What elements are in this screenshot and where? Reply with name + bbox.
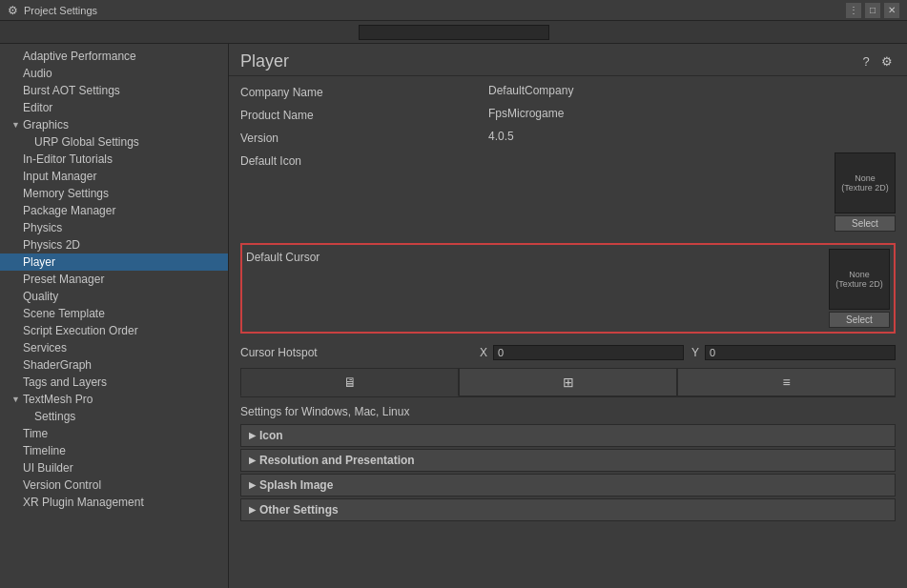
product-name-value: FpsMicrogame (488, 107, 896, 120)
sidebar-item-preset-manager[interactable]: Preset Manager (0, 271, 228, 288)
collapse-arrow-resolution: ▶ (249, 456, 256, 465)
section-header-other[interactable]: ▶Other Settings (241, 499, 895, 520)
cursor-texture-2d: (Texture 2D) (835, 279, 883, 289)
sidebar-item-services[interactable]: Services (0, 339, 228, 356)
sidebar-item-tags-and-layers[interactable]: Tags and Layers (0, 374, 228, 391)
section-header-splash[interactable]: ▶Splash Image (241, 475, 895, 496)
content-area: Player ? ⚙ Company Name DefaultCompany P… (229, 44, 907, 588)
default-cursor-section: Default Cursor None (Texture 2D) Select (240, 243, 896, 334)
x-label: X (480, 346, 489, 359)
sidebar-item-version-control[interactable]: Version Control (0, 476, 228, 494)
sidebar-item-memory-settings[interactable]: Memory Settings (0, 185, 228, 202)
sidebar-item-textmesh-pro[interactable]: ▼TextMesh Pro (0, 391, 228, 408)
section-splash: ▶Splash Image (240, 474, 896, 497)
hotspot-y-input[interactable] (705, 345, 896, 360)
sidebar-item-player[interactable]: Player (0, 253, 228, 271)
sidebar-item-timeline[interactable]: Timeline (0, 442, 228, 459)
sidebar-item-label: Physics 2D (23, 238, 80, 252)
search-input[interactable] (359, 25, 549, 40)
cursor-texture-box: None (Texture 2D) (829, 249, 890, 310)
sidebar-item-burst-aot[interactable]: Burst AOT Settings (0, 82, 228, 99)
hotspot-x-input[interactable] (493, 345, 684, 360)
sidebar-item-label: Player (23, 255, 55, 269)
sidebar-item-label: Physics (23, 221, 62, 234)
section-label-splash: Splash Image (259, 478, 333, 492)
default-icon-select-btn[interactable]: Select (835, 215, 896, 232)
help-icon-btn[interactable]: ? (857, 53, 875, 71)
sidebar-item-urp-global[interactable]: URP Global Settings (0, 133, 228, 151)
sidebar-item-label: Quality (23, 290, 58, 303)
sidebar-item-audio[interactable]: Audio (0, 65, 228, 82)
cursor-texture-none: None (849, 270, 870, 279)
collapse-arrow-icon: ▶ (249, 431, 256, 440)
company-name-label: Company Name (240, 84, 488, 99)
sidebar-item-label: UI Builder (23, 461, 73, 475)
sidebar-item-input-manager[interactable]: Input Manager (0, 168, 228, 185)
sidebar-item-adaptive-performance[interactable]: Adaptive Performance (0, 48, 228, 65)
web-icon: ⊞ (563, 375, 574, 390)
cursor-hotspot-label: Cursor Hotspot (240, 346, 480, 359)
sidebar-item-label: Input Manager (23, 170, 96, 183)
sidebar-item-label: URP Global Settings (34, 135, 139, 149)
sidebar-item-script-execution-order[interactable]: Script Execution Order (0, 322, 228, 339)
product-name-label: Product Name (240, 107, 488, 122)
company-name-row: Company Name DefaultCompany (240, 84, 896, 103)
hotspot-xy-group: X Y (480, 345, 896, 360)
page-title: Player (240, 51, 857, 71)
sidebar-item-label: Script Execution Order (23, 324, 138, 337)
window-maximize-btn[interactable]: □ (865, 3, 880, 18)
settings-for-label: Settings for Windows, Mac, Linux (229, 401, 907, 424)
platform-tab-desktop[interactable]: 🖥 (240, 368, 459, 396)
sidebar-item-label: Editor (23, 101, 52, 114)
default-icon-row: Default Icon None (Texture 2D) Select (240, 152, 896, 232)
sidebar-item-label: Services (23, 341, 67, 355)
gear-icon: ⚙ (8, 4, 18, 17)
sidebar-item-label: Burst AOT Settings (23, 84, 120, 97)
platform-tab-mobile[interactable]: ≡ (677, 368, 896, 396)
settings-icon-btn[interactable]: ⚙ (878, 53, 896, 71)
header-icons: ? ⚙ (857, 53, 896, 71)
window-close-btn[interactable]: ✕ (884, 3, 899, 18)
triangle-icon: ▼ (11, 120, 21, 130)
sidebar-item-label: Adaptive Performance (23, 50, 136, 63)
sidebar-item-xr-plugin[interactable]: XR Plugin Management (0, 494, 228, 511)
section-icon: ▶Icon (240, 424, 896, 447)
sidebar-item-ui-builder[interactable]: UI Builder (0, 459, 228, 476)
section-other: ▶Other Settings (240, 498, 896, 521)
sidebar-item-editor[interactable]: Editor (0, 99, 228, 116)
sidebar-item-quality[interactable]: Quality (0, 288, 228, 305)
sidebar-item-label: Memory Settings (23, 187, 109, 200)
sidebar-item-in-editor-tutorials[interactable]: In-Editor Tutorials (0, 151, 228, 168)
sidebar-item-scene-template[interactable]: Scene Template (0, 305, 228, 322)
sidebar-item-graphics[interactable]: ▼Graphics (0, 116, 228, 133)
section-label-icon: Icon (259, 429, 283, 442)
section-label-resolution: Resolution and Presentation (259, 454, 415, 467)
sidebar-item-package-manager[interactable]: Package Manager (0, 202, 228, 219)
hotspot-y-group: Y (691, 345, 896, 360)
cursor-texture-area: None (Texture 2D) Select (829, 249, 890, 328)
sidebar-item-label: ShaderGraph (23, 358, 92, 372)
sidebar-item-physics[interactable]: Physics (0, 219, 228, 236)
sidebar-item-label: XR Plugin Management (23, 496, 144, 509)
product-name-row: Product Name FpsMicrogame (240, 107, 896, 126)
window-menu-btn[interactable]: ⋮ (846, 3, 861, 18)
sidebar-item-label: Timeline (23, 444, 66, 457)
content-header: Player ? ⚙ (229, 44, 907, 76)
triangle-icon: ▼ (11, 395, 21, 404)
cursor-select-btn[interactable]: Select (829, 312, 890, 328)
sidebar-item-label: Package Manager (23, 204, 115, 217)
section-header-resolution[interactable]: ▶Resolution and Presentation (241, 450, 895, 471)
platform-tab-web[interactable]: ⊞ (459, 368, 677, 396)
sidebar-item-label: In-Editor Tutorials (23, 152, 113, 166)
sidebar-item-label: Time (23, 427, 48, 440)
collapse-arrow-splash: ▶ (249, 480, 256, 490)
sidebar-item-label: Settings (34, 410, 75, 423)
sections-container: ▶Icon▶Resolution and Presentation▶Splash… (229, 424, 907, 521)
section-resolution: ▶Resolution and Presentation (240, 449, 896, 472)
section-header-icon[interactable]: ▶Icon (241, 425, 895, 446)
sidebar-item-shadergraph[interactable]: ShaderGraph (0, 356, 228, 374)
sidebar-item-physics-2d[interactable]: Physics 2D (0, 236, 228, 253)
sidebar-item-textmesh-settings[interactable]: Settings (0, 408, 228, 425)
sidebar-item-time[interactable]: Time (0, 425, 228, 442)
default-cursor-label: Default Cursor (246, 249, 320, 266)
